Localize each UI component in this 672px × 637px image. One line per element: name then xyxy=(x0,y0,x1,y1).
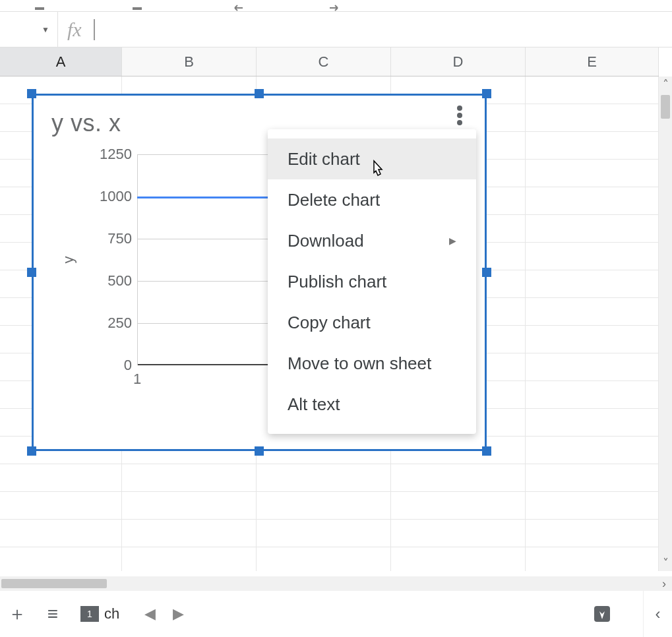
column-header-b[interactable]: B xyxy=(122,47,257,76)
badge-count: 1 xyxy=(87,609,92,619)
menu-label: Edit chart xyxy=(288,149,360,169)
menu-label: Delete chart xyxy=(288,190,380,210)
resize-handle-br[interactable] xyxy=(482,446,491,456)
resize-handle-mr[interactable] xyxy=(482,268,491,277)
arrow-right-icon[interactable] xyxy=(326,5,344,11)
side-panel-toggle[interactable]: ‹ xyxy=(643,591,672,637)
sheet-scroll-left-icon[interactable]: ◀ xyxy=(144,605,156,622)
menu-label: Copy chart xyxy=(288,313,371,333)
scroll-down-icon[interactable]: ˅ xyxy=(663,555,669,571)
menu-download[interactable]: Download xyxy=(268,220,476,261)
menu-copy-chart[interactable]: Copy chart xyxy=(268,302,476,343)
chevron-down-icon: ▼ xyxy=(42,25,49,34)
add-sheet-button[interactable]: ＋ xyxy=(3,599,32,628)
toolbar-icon-b[interactable] xyxy=(131,5,149,11)
sheet-scroll-right-icon[interactable]: ▶ xyxy=(173,605,184,622)
menu-move-to-own-sheet[interactable]: Move to own sheet xyxy=(268,343,476,384)
resize-handle-bc[interactable] xyxy=(255,446,264,456)
formula-bar: ▼ fx xyxy=(0,12,672,47)
scroll-right-icon[interactable]: › xyxy=(656,577,672,591)
resize-handle-tc[interactable] xyxy=(255,89,264,98)
vscroll-thumb[interactable] xyxy=(661,95,670,119)
menu-publish-chart[interactable]: Publish chart xyxy=(268,261,476,302)
x-tick-1: 1 xyxy=(133,371,141,388)
all-sheets-button[interactable]: ≡ xyxy=(38,599,67,628)
sheet-comment-badge: 1 xyxy=(80,606,99,622)
resize-handle-ml[interactable] xyxy=(27,268,36,277)
menu-label: Download xyxy=(288,231,364,251)
menu-label: Move to own sheet xyxy=(288,353,431,374)
vertical-scrollbar[interactable]: ˄ ˅ xyxy=(659,76,672,571)
column-headers: A B C D E xyxy=(0,47,659,76)
column-header-d[interactable]: D xyxy=(391,47,526,76)
column-header-c[interactable]: C xyxy=(257,47,391,76)
sheet-scroll-controls: ◀ ▶ xyxy=(144,605,184,622)
hscroll-thumb[interactable] xyxy=(1,579,107,588)
resize-handle-bl[interactable] xyxy=(27,446,36,456)
sheet-tab-label: ch xyxy=(104,605,119,622)
svg-rect-0 xyxy=(35,7,44,10)
y-tick-1000: 1000 xyxy=(79,188,132,205)
menu-alt-text[interactable]: Alt text xyxy=(268,384,476,425)
scroll-up-icon[interactable]: ˄ xyxy=(663,76,669,92)
kebab-menu-icon[interactable] xyxy=(454,106,466,125)
toolbar-icon-a[interactable] xyxy=(33,5,51,11)
y-axis-label: y xyxy=(60,257,77,264)
explore-icon xyxy=(592,604,612,624)
spreadsheet-grid[interactable]: y vs. x y 1250 1000 750 500 250 0 1 2 xyxy=(0,76,659,571)
y-tick-500: 500 xyxy=(79,272,132,289)
menu-label: Alt text xyxy=(288,394,340,415)
formula-input[interactable] xyxy=(95,12,672,47)
explore-button[interactable] xyxy=(588,599,617,628)
y-tick-750: 750 xyxy=(79,230,132,247)
svg-rect-1 xyxy=(133,7,142,10)
fx-label: fx xyxy=(58,18,94,41)
chart-context-menu: Edit chart Delete chart Download Publish… xyxy=(268,129,476,434)
column-header-a[interactable]: A xyxy=(0,47,122,76)
resize-handle-tr[interactable] xyxy=(482,89,491,98)
resize-handle-tl[interactable] xyxy=(27,89,36,98)
sheet-tab[interactable]: 1 ch xyxy=(74,599,126,628)
menu-delete-chart[interactable]: Delete chart xyxy=(268,179,476,220)
y-tick-250: 250 xyxy=(79,315,132,332)
menu-edit-chart[interactable]: Edit chart xyxy=(268,138,476,179)
name-box[interactable]: ▼ xyxy=(0,12,58,47)
sheet-tab-bar: ＋ ≡ 1 ch ◀ ▶ ‹ xyxy=(0,591,672,637)
y-tick-0: 0 xyxy=(79,357,132,374)
horizontal-scrollbar[interactable]: › xyxy=(0,576,672,591)
chart-object[interactable]: y vs. x y 1250 1000 750 500 250 0 1 2 xyxy=(32,94,487,451)
chart-title: y vs. x xyxy=(51,109,121,137)
column-header-e[interactable]: E xyxy=(526,47,659,76)
arrow-left-icon[interactable] xyxy=(228,5,247,11)
y-tick-1250: 1250 xyxy=(79,146,132,163)
menu-label: Publish chart xyxy=(288,272,386,292)
toolbar-strip xyxy=(0,0,672,12)
